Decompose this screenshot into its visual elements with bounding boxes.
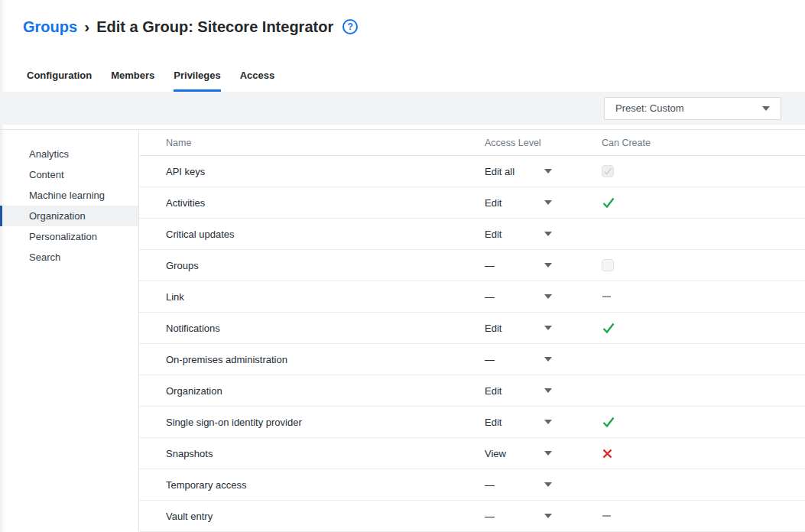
- access-level-value: —: [485, 479, 495, 491]
- privilege-name: Groups: [166, 260, 485, 271]
- access-level-dropdown[interactable]: Edit all: [485, 166, 552, 177]
- access-level-value: —: [485, 354, 495, 365]
- preset-dropdown-label: Preset: Custom: [615, 102, 684, 114]
- chevron-down-icon: [544, 514, 552, 518]
- access-level-value: Edit: [485, 417, 502, 428]
- table-row-notifications: Notifications Edit: [139, 313, 805, 344]
- page-header: Groups › Edit a Group: Sitecore Integrat…: [0, 0, 805, 38]
- column-header-name: Name: [166, 138, 485, 148]
- access-level-dropdown[interactable]: Edit: [485, 417, 552, 428]
- sidebar-item-label: Analytics: [29, 148, 69, 160]
- breadcrumb-link-groups[interactable]: Groups: [23, 18, 77, 36]
- tab-members[interactable]: Members: [111, 70, 154, 92]
- access-level-value: Edit: [485, 229, 502, 240]
- sidebar: Analytics Content Machine learning Organ…: [0, 130, 139, 531]
- can-create-cell: [602, 227, 805, 241]
- table-row-vault-entry: Vault entry —: [139, 501, 805, 532]
- chevron-down-icon: [544, 451, 552, 456]
- privilege-name: Temporary access: [166, 479, 485, 491]
- access-level-dropdown[interactable]: Edit: [485, 323, 552, 334]
- can-create-cell: [602, 384, 805, 397]
- access-level-value: —: [485, 511, 495, 522]
- privilege-name: On-premises administration: [166, 354, 485, 365]
- table-row-on-premises-administration: On-premises administration —: [139, 344, 805, 375]
- tab-label: Members: [111, 70, 154, 81]
- tab-access[interactable]: Access: [240, 70, 275, 92]
- help-icon[interactable]: ?: [342, 19, 358, 34]
- can-create-cell: [602, 164, 805, 178]
- sidebar-item-personalization[interactable]: Personalization: [0, 226, 138, 247]
- chevron-down-icon: [544, 420, 552, 424]
- access-level-dropdown[interactable]: Edit: [485, 197, 552, 209]
- can-create-cell: [602, 415, 805, 429]
- privilege-name: API keys: [166, 166, 485, 177]
- access-level-dropdown[interactable]: —: [485, 511, 552, 522]
- can-create-cell: [602, 352, 805, 366]
- access-level-value: Edit: [485, 197, 502, 209]
- can-create-cell: [602, 446, 805, 460]
- tab-label: Access: [240, 70, 275, 81]
- can-create-cell: [602, 478, 805, 491]
- preset-dropdown[interactable]: Preset: Custom: [604, 97, 781, 120]
- chevron-down-icon: [544, 326, 552, 330]
- main-content: Analytics Content Machine learning Organ…: [0, 129, 805, 531]
- tab-configuration[interactable]: Configuration: [27, 70, 92, 92]
- chevron-down-icon: [544, 357, 552, 362]
- privilege-name: Single sign-on identity provider: [166, 417, 485, 428]
- can-create-cell: [602, 290, 805, 303]
- table-row-snapshots: Snapshots View: [139, 438, 805, 469]
- access-level-dropdown[interactable]: Edit: [485, 229, 552, 240]
- table-row-organization: Organization Edit: [139, 375, 805, 407]
- cross-icon: [602, 448, 613, 459]
- table-header: Name Access Level Can Create: [139, 130, 805, 156]
- can-create-cell: [602, 258, 805, 272]
- access-level-value: View: [485, 448, 506, 459]
- table-body: API keys Edit all Activities Edit Critic…: [139, 156, 805, 532]
- sidebar-item-label: Personalization: [29, 231, 97, 242]
- sidebar-item-content[interactable]: Content: [0, 164, 138, 185]
- privileges-table: Name Access Level Can Create API keys Ed…: [139, 130, 805, 531]
- check-icon: [603, 167, 612, 176]
- page-title: Edit a Group: Sitecore Integrator: [96, 18, 333, 36]
- can-create-checkbox[interactable]: [602, 259, 614, 271]
- access-level-dropdown[interactable]: View: [485, 448, 552, 459]
- access-level-value: —: [485, 291, 495, 303]
- privilege-name: Activities: [166, 197, 485, 209]
- dash-indicator: [602, 296, 611, 297]
- can-create-cell: [602, 321, 805, 335]
- access-level-dropdown[interactable]: —: [485, 479, 552, 491]
- column-header-can-create: Can Create: [602, 138, 805, 148]
- sidebar-item-organization[interactable]: Organization: [0, 206, 138, 226]
- access-level-value: Edit: [485, 323, 502, 334]
- chevron-down-icon: [544, 482, 552, 487]
- sidebar-item-label: Machine learning: [29, 190, 105, 201]
- sidebar-item-search[interactable]: Search: [0, 247, 138, 268]
- tab-label: Configuration: [27, 70, 92, 81]
- sidebar-item-label: Content: [29, 169, 64, 180]
- tab-privileges[interactable]: Privileges: [174, 70, 220, 92]
- sidebar-item-label: Organization: [29, 210, 86, 222]
- table-row-api-keys: API keys Edit all: [139, 156, 805, 187]
- privilege-name: Link: [166, 291, 485, 303]
- sidebar-item-analytics[interactable]: Analytics: [0, 144, 138, 164]
- access-level-dropdown[interactable]: —: [485, 260, 552, 271]
- chevron-down-icon: [544, 294, 552, 299]
- sidebar-item-machine-learning[interactable]: Machine learning: [0, 185, 138, 206]
- access-level-dropdown[interactable]: —: [485, 291, 552, 303]
- table-row-activities: Activities Edit: [139, 187, 805, 219]
- table-row-groups: Groups —: [139, 250, 805, 281]
- can-create-cell: [602, 196, 805, 209]
- breadcrumb-separator-icon: ›: [84, 18, 89, 36]
- access-level-value: Edit: [485, 385, 502, 397]
- sidebar-item-label: Search: [29, 251, 60, 263]
- check-icon: [602, 196, 615, 209]
- toolbar: Preset: Custom: [0, 92, 805, 125]
- access-level-value: Edit all: [485, 166, 514, 177]
- access-level-dropdown[interactable]: Edit: [485, 385, 552, 397]
- access-level-dropdown[interactable]: —: [485, 354, 552, 365]
- table-row-single-sign-on-identity-provider: Single sign-on identity provider Edit: [139, 407, 805, 438]
- tab-label: Privileges: [174, 70, 220, 81]
- chevron-down-icon: [544, 388, 552, 393]
- privilege-name: Snapshots: [166, 448, 485, 459]
- can-create-cell: [602, 509, 805, 523]
